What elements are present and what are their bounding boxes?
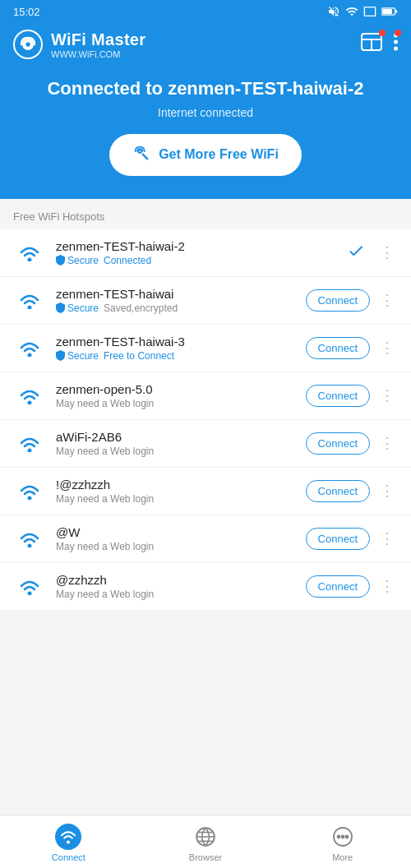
- wifi-actions-0: ⋮: [347, 242, 398, 264]
- wifi-more-button-0[interactable]: ⋮: [376, 242, 398, 263]
- svg-point-13: [28, 306, 32, 310]
- mute-icon: [327, 5, 340, 18]
- svg-point-15: [28, 401, 32, 405]
- svg-point-10: [139, 150, 142, 153]
- svg-point-20: [67, 840, 70, 843]
- svg-point-14: [28, 353, 32, 358]
- wifi-signal-icon-7: [13, 577, 46, 595]
- wifi-info-4: aWiFi-2AB6 May need a Web login: [56, 430, 296, 457]
- connect-button-1[interactable]: Connect: [306, 289, 370, 312]
- wifi-info-5: !@zzhzzh May need a Web login: [56, 478, 296, 505]
- wifi-more-button-3[interactable]: ⋮: [376, 385, 398, 406]
- wifi-actions-6: Connect ⋮: [306, 528, 398, 550]
- status-bar: 15:02: [0, 0, 411, 23]
- wifi-meta-5: May need a Web login: [56, 493, 296, 505]
- wifi-more-button-1[interactable]: ⋮: [376, 289, 398, 311]
- connect-button-5[interactable]: Connect: [306, 480, 370, 502]
- hero-subtitle: Internet connected: [16, 106, 395, 119]
- connect-button-6[interactable]: Connect: [306, 528, 370, 550]
- connected-check-icon: [347, 242, 365, 264]
- wifi-name-5: !@zzhzzh: [56, 478, 296, 492]
- svg-point-8: [394, 40, 398, 44]
- svg-point-27: [341, 835, 344, 838]
- wifi-item-4: aWiFi-2AB6 May need a Web login Connect …: [0, 420, 411, 468]
- wifi-status-icon: [345, 5, 358, 18]
- wifi-more-button-5[interactable]: ⋮: [376, 480, 398, 501]
- wifi-secure-badge-2: Secure: [56, 350, 99, 362]
- app-subtitle: WWW.WiFi.COM: [51, 49, 145, 59]
- nav-connect[interactable]: Connect: [0, 815, 137, 868]
- wifi-info-0: zenmen-TEST-haiwai-2 Secure Connected: [56, 239, 337, 266]
- wifi-signal-icon-2: [13, 339, 46, 357]
- bottom-nav: Connect Browser More: [0, 815, 411, 868]
- more-nav-label: More: [332, 852, 353, 862]
- wifi-meta-7: May need a Web login: [56, 589, 296, 600]
- wifi-name-2: zenmen-TEST-haiwai-3: [56, 335, 296, 349]
- wifi-signal-icon-5: [13, 482, 46, 500]
- wifi-signal-icon-0: [13, 243, 46, 261]
- connect-button-3[interactable]: Connect: [306, 385, 370, 407]
- wifi-actions-1: Connect ⋮: [306, 289, 398, 312]
- wifi-more-button-6[interactable]: ⋮: [376, 528, 398, 549]
- wifi-meta-3: May need a Web login: [56, 398, 296, 409]
- wifi-name-6: @W: [56, 525, 296, 539]
- app-logo: [13, 30, 43, 59]
- wifi-info-6: @W May need a Web login: [56, 525, 296, 552]
- wifi-status-web-3: May need a Web login: [56, 398, 154, 409]
- wifi-actions-2: Connect ⋮: [306, 337, 398, 359]
- hero-section: Connected to zenmen-TEST-haiwai-2 Intern…: [0, 69, 411, 199]
- svg-point-19: [28, 592, 32, 596]
- svg-rect-2: [395, 10, 397, 12]
- wifi-name-1: zenmen-TEST-haiwai: [56, 287, 296, 301]
- svg-line-11: [143, 154, 148, 159]
- wifi-more-button-4[interactable]: ⋮: [376, 432, 398, 454]
- wifi-signal-icon-4: [13, 434, 46, 452]
- svg-rect-1: [382, 9, 392, 14]
- connect-button-2[interactable]: Connect: [306, 337, 370, 359]
- nav-browser[interactable]: Browser: [137, 815, 275, 868]
- connect-nav-label: Connect: [52, 852, 85, 862]
- connect-nav-icon: [55, 824, 81, 850]
- wifi-item-0: zenmen-TEST-haiwai-2 Secure Connected ⋮: [0, 229, 411, 277]
- svg-point-3: [25, 41, 31, 48]
- wifi-status-free-2: Free to Connect: [104, 350, 174, 362]
- wifi-item-2: zenmen-TEST-haiwai-3 Secure Free to Conn…: [0, 325, 411, 372]
- app-title: WiFi Master: [51, 30, 145, 49]
- wifi-name-4: aWiFi-2AB6: [56, 430, 296, 444]
- wifi-actions-4: Connect ⋮: [306, 432, 398, 455]
- svg-point-26: [337, 835, 339, 838]
- wifi-name-3: zenmen-open-5.0: [56, 382, 296, 396]
- wifi-item-7: @zzhzzh May need a Web login Connect ⋮: [0, 563, 411, 611]
- battery-icon: [381, 6, 398, 17]
- wifi-actions-5: Connect ⋮: [306, 480, 398, 502]
- wifi-actions-7: Connect ⋮: [306, 575, 398, 598]
- more-options-button[interactable]: [394, 33, 398, 56]
- hero-button-label: Get More Free WiFi: [159, 147, 279, 162]
- wifi-status-web-7: May need a Web login: [56, 589, 154, 600]
- hero-title: Connected to zenmen-TEST-haiwai-2: [16, 77, 395, 101]
- wifi-info-7: @zzhzzh May need a Web login: [56, 573, 296, 600]
- header-icons: [361, 33, 398, 56]
- get-more-wifi-button[interactable]: Get More Free WiFi: [109, 134, 302, 176]
- wifi-status-saved: Saved,encrypted: [104, 302, 178, 314]
- svg-point-12: [28, 258, 32, 262]
- expand-button[interactable]: [361, 33, 382, 56]
- wifi-signal-icon-3: [13, 386, 46, 404]
- wifi-item-1: zenmen-TEST-haiwai Secure Saved,encrypte…: [0, 277, 411, 325]
- wifi-more-button-7[interactable]: ⋮: [376, 575, 398, 597]
- wifi-item-6: @W May need a Web login Connect ⋮: [0, 515, 411, 563]
- svg-point-28: [345, 835, 348, 838]
- hotspots-header: Free WiFi Hotspots: [0, 199, 411, 229]
- wifi-item-3: zenmen-open-5.0 May need a Web login Con…: [0, 372, 411, 420]
- wifi-name-7: @zzhzzh: [56, 573, 296, 587]
- connect-button-7[interactable]: Connect: [306, 575, 370, 598]
- wifi-status-web-6: May need a Web login: [56, 541, 154, 552]
- nav-more[interactable]: More: [274, 815, 411, 868]
- wifi-signal-icon-1: [13, 291, 46, 309]
- wifi-item-5: !@zzhzzh May need a Web login Connect ⋮: [0, 468, 411, 515]
- more-nav-icon: [330, 824, 356, 850]
- wifi-name-0: zenmen-TEST-haiwai-2: [56, 239, 337, 253]
- wifi-more-button-2[interactable]: ⋮: [376, 337, 398, 358]
- wifi-meta-2: Secure Free to Connect: [56, 350, 296, 362]
- connect-button-4[interactable]: Connect: [306, 432, 370, 455]
